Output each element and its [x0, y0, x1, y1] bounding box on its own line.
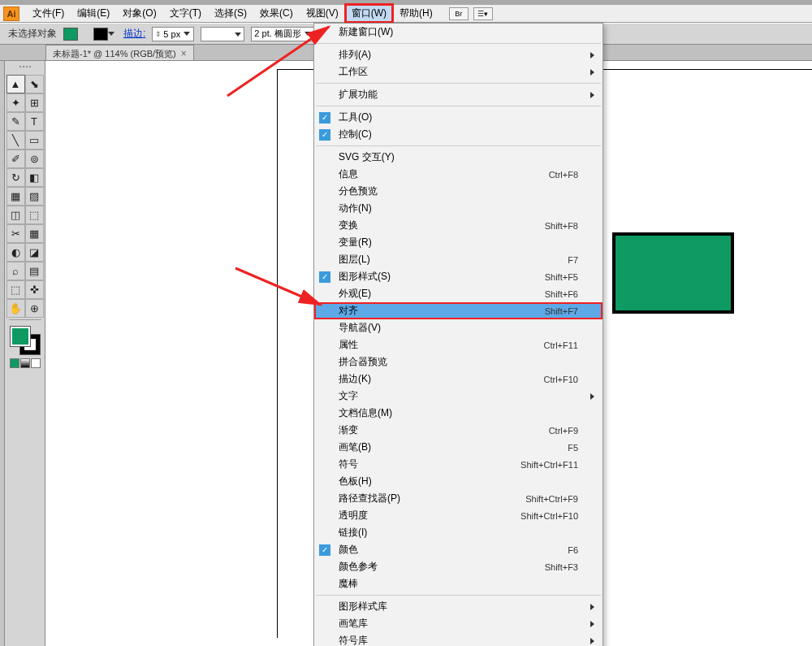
window-menu-item-18[interactable]: 外观(E)Shift+F6: [314, 285, 603, 302]
live-paint-tool[interactable]: ⌕: [6, 262, 25, 280]
scale-tool[interactable]: ◧: [25, 168, 44, 187]
free-transform-tool[interactable]: ▨: [25, 187, 44, 206]
fill-color-box[interactable]: [11, 327, 30, 346]
color-mode-none[interactable]: [31, 358, 41, 368]
window-menu-item-22[interactable]: 拼合器预览: [314, 353, 603, 371]
menu-item-shortcut: Shift+Ctrl+F9: [525, 494, 578, 504]
brush-thumbnail[interactable]: [201, 27, 244, 41]
stroke-swatch-group[interactable]: [93, 28, 117, 41]
window-menu-item-23[interactable]: 描边(K)Ctrl+F10: [314, 371, 603, 388]
window-menu-item-37[interactable]: 图形样式库: [314, 598, 603, 615]
window-menu-item-13[interactable]: 动作(N): [314, 200, 603, 217]
stroke-width-input[interactable]: ⇕ 5 px: [152, 27, 194, 41]
color-mode-gradient[interactable]: [20, 358, 30, 368]
drawn-rectangle[interactable]: [612, 232, 734, 314]
fill-color-swatch[interactable]: [63, 28, 78, 41]
bridge-button[interactable]: Br: [449, 7, 469, 20]
blend-tool[interactable]: ◪: [25, 243, 44, 262]
rectangle-tool[interactable]: ▭: [25, 131, 44, 150]
fill-stroke-picker[interactable]: [9, 325, 41, 356]
hand-tool[interactable]: ✋: [6, 299, 25, 318]
window-menu-item-39[interactable]: 符号库: [314, 632, 603, 646]
window-menu-item-2[interactable]: 排列(A): [314, 46, 603, 63]
graph-tool[interactable]: ⬚: [25, 206, 44, 224]
slice-tool[interactable]: ⬚: [6, 280, 25, 299]
live-paint-selection-tool[interactable]: ▤: [25, 262, 44, 280]
direct-selection-tool[interactable]: ⬊: [25, 75, 44, 93]
gradient-tool[interactable]: ▦: [25, 224, 44, 243]
window-menu-item-27[interactable]: 画笔(B)F5: [314, 439, 603, 456]
window-menu-item-35[interactable]: 魔棒: [314, 575, 603, 592]
stroke-color-swatch[interactable]: [93, 28, 108, 41]
window-menu-item-12[interactable]: 分色预览: [314, 183, 603, 200]
window-menu-item-26[interactable]: 渐变Ctrl+F9: [314, 422, 603, 439]
type-tool[interactable]: T: [25, 112, 44, 131]
brush-preset-input[interactable]: 2 pt. 椭圆形: [251, 27, 317, 41]
window-menu-item-29[interactable]: 色板(H): [314, 473, 603, 490]
pencil-tool[interactable]: ⊚: [25, 150, 44, 168]
selection-tool[interactable]: ▲: [6, 75, 25, 93]
window-menu-item-8[interactable]: ✓控制(C): [314, 126, 603, 143]
menu-item-shortcut: Ctrl+F11: [544, 340, 579, 350]
menu-effect[interactable]: 效果(C): [253, 4, 300, 23]
window-menu-item-7[interactable]: ✓工具(O): [314, 109, 603, 126]
window-menu-item-16[interactable]: 图层(L)F7: [314, 251, 603, 268]
menu-help[interactable]: 帮助(H): [393, 4, 439, 23]
window-menu-item-32[interactable]: 链接(I): [314, 524, 603, 541]
menu-select[interactable]: 选择(S): [208, 4, 253, 23]
menu-view[interactable]: 视图(V): [300, 4, 345, 23]
menu-file[interactable]: 文件(F): [26, 4, 71, 23]
paintbrush-tool[interactable]: ✐: [6, 150, 25, 168]
mesh-tool[interactable]: ✂: [6, 224, 25, 243]
window-menu-item-31[interactable]: 透明度Shift+Ctrl+F10: [314, 507, 603, 524]
window-menu-item-28[interactable]: 符号Shift+Ctrl+F11: [314, 456, 603, 473]
window-menu-item-3[interactable]: 工作区: [314, 63, 603, 80]
rotate-tool[interactable]: ↻: [6, 168, 25, 187]
fill-swatch-group[interactable]: [63, 28, 87, 41]
window-menu-item-33[interactable]: ✓颜色F6: [314, 541, 603, 558]
submenu-arrow-icon: [590, 638, 594, 644]
zoom-tool[interactable]: ⊕: [25, 299, 44, 318]
line-tool[interactable]: ╲: [6, 131, 25, 150]
menu-edit[interactable]: 编辑(E): [71, 4, 116, 23]
color-mode-solid[interactable]: [10, 358, 19, 368]
window-menu-item-38[interactable]: 画笔库: [314, 615, 603, 632]
window-menu-item-19[interactable]: 对齐Shift+F7: [314, 302, 603, 319]
pen-tool[interactable]: ✎: [6, 112, 25, 131]
window-menu-item-25[interactable]: 文档信息(M): [314, 405, 603, 422]
window-menu-item-20[interactable]: 导航器(V): [314, 319, 603, 336]
lasso-tool[interactable]: ⊞: [25, 93, 44, 112]
document-tab[interactable]: 未标题-1* @ 114% (RGB/预览) ×: [45, 45, 194, 60]
window-menu-item-10[interactable]: SVG 交互(Y): [314, 149, 603, 166]
window-menu-item-17[interactable]: ✓图形样式(S)Shift+F5: [314, 268, 603, 285]
window-menu-item-24[interactable]: 文字: [314, 388, 603, 405]
window-dropdown-menu: 新建窗口(W)排列(A)工作区扩展功能✓工具(O)✓控制(C)SVG 交互(Y)…: [313, 23, 603, 646]
menu-separator: [316, 83, 601, 84]
menu-item-label: 导航器(V): [339, 321, 381, 335]
window-menu-item-0[interactable]: 新建窗口(W): [314, 24, 603, 41]
toolbox-grip[interactable]: [9, 66, 41, 72]
window-menu-item-34[interactable]: 颜色参考Shift+F3: [314, 558, 603, 575]
menu-item-label: 色板(H): [339, 475, 372, 488]
menu-item-label: 拼合器预览: [339, 355, 387, 369]
menu-item-label: 动作(N): [339, 202, 372, 215]
symbol-sprayer-tool[interactable]: ◫: [6, 206, 25, 224]
stroke-link[interactable]: 描边:: [123, 27, 145, 41]
menu-type[interactable]: 文字(T): [163, 4, 208, 23]
menu-window[interactable]: 窗口(W): [345, 4, 393, 23]
close-tab-icon[interactable]: ×: [181, 48, 187, 59]
window-menu-item-5[interactable]: 扩展功能: [314, 86, 603, 103]
window-menu-item-21[interactable]: 属性Ctrl+F11: [314, 336, 603, 353]
eyedropper-tool[interactable]: ◐: [6, 243, 25, 262]
menu-object[interactable]: 对象(O): [116, 4, 162, 23]
window-menu-item-30[interactable]: 路径查找器(P)Shift+Ctrl+F9: [314, 490, 603, 507]
artboard-tool[interactable]: ✜: [25, 280, 44, 299]
selection-status-label: 未选择对象: [8, 27, 57, 41]
window-menu-item-15[interactable]: 变量(R): [314, 234, 603, 251]
window-menu-item-14[interactable]: 变换Shift+F8: [314, 217, 603, 234]
warp-tool[interactable]: ▦: [6, 187, 25, 206]
window-menu-item-11[interactable]: 信息Ctrl+F8: [314, 166, 603, 183]
workspace-switcher-button[interactable]: ☰▾: [473, 7, 493, 20]
magic-wand-tool[interactable]: ✦: [6, 93, 25, 112]
main-menu-bar: Ai 文件(F) 编辑(E) 对象(O) 文字(T) 选择(S) 效果(C) 视…: [0, 5, 812, 23]
